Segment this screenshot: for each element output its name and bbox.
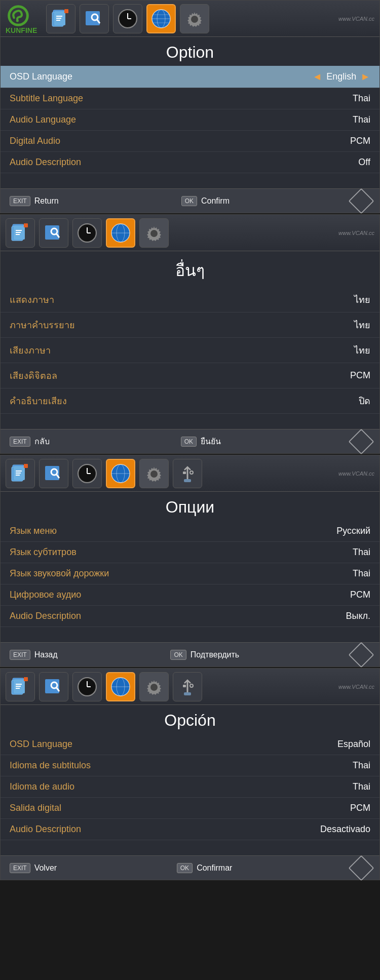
- nav-cross-3: [349, 642, 374, 668]
- watermark-4: www.VCAN.cc: [338, 684, 374, 690]
- setting-row-digital-audio[interactable]: Digital Audio PCM: [1, 131, 379, 152]
- nav-icon-magnify-3[interactable]: [39, 459, 68, 488]
- setting-label-thai-2: ภาษาคำบรรยาย: [10, 318, 75, 332]
- bottom-bar-2: EXIT กลับ OK ยืนยัน: [1, 429, 379, 453]
- setting-label-thai-4: เสียงดิจิตอล: [10, 368, 57, 383]
- panel-russian: www.VCAN.cc Опции Язык меню Русский Язык…: [0, 455, 380, 667]
- setting-row-ru-5[interactable]: Audio Description Выкл.: [1, 606, 379, 627]
- setting-value-audio-desc: Off: [358, 157, 370, 168]
- nav-icon-globe-3[interactable]: [106, 459, 135, 488]
- confirm-label-3[interactable]: Подтвердить: [191, 650, 239, 659]
- setting-row-thai-5[interactable]: คำอธิบายเสียง ปิด: [1, 388, 379, 414]
- svg-rect-23: [24, 223, 28, 227]
- nav-icon-magnify[interactable]: [80, 4, 109, 33]
- confirm-label-2[interactable]: ยืนยัน: [201, 435, 221, 448]
- arrow-left-icon[interactable]: ◄: [312, 71, 322, 83]
- svg-rect-52: [184, 479, 191, 482]
- nav-bar-3: www.VCAN.cc: [1, 455, 379, 492]
- setting-value-es-4: PCM: [350, 803, 370, 813]
- nav-icon-gear-3[interactable]: [139, 459, 169, 488]
- nav-icon-gear-4[interactable]: [139, 672, 169, 701]
- spacer-3: [1, 627, 379, 642]
- setting-row-es-3[interactable]: Idioma de audio Thai: [1, 776, 379, 798]
- setting-label-subtitle: Subtitle Language: [10, 93, 83, 104]
- setting-value-thai-5: ปิด: [359, 394, 370, 408]
- setting-row-ru-1[interactable]: Язык меню Русский: [1, 521, 379, 542]
- watermark-3: www.VCAN.cc: [338, 471, 374, 477]
- nav-icon-magnify-2[interactable]: [39, 218, 68, 248]
- nav-cross-1: [349, 188, 374, 214]
- nav-icon-globe-4[interactable]: [106, 672, 135, 701]
- confirm-label-4[interactable]: Confirmar: [197, 864, 232, 873]
- setting-row-ru-3[interactable]: Язык звуковой дорожки Thai: [1, 563, 379, 584]
- ok-key-4: OK: [177, 863, 193, 873]
- svg-rect-59: [24, 677, 28, 681]
- setting-row-audio-lang[interactable]: Audio Language Thai: [1, 109, 379, 131]
- svg-point-71: [150, 684, 158, 691]
- ok-key-1: OK: [181, 196, 197, 206]
- settings-list-russian: Язык меню Русский Язык субтитров Thai Яз…: [1, 521, 379, 642]
- setting-row-es-4[interactable]: Salida digital PCM: [1, 798, 379, 819]
- setting-row-thai-1[interactable]: แสดงภาษา ไทย: [1, 287, 379, 312]
- svg-point-35: [150, 230, 158, 237]
- setting-row-thai-4[interactable]: เสียงดิจิตอล PCM: [1, 363, 379, 388]
- nav-icon-usb-4[interactable]: [173, 672, 202, 701]
- nav-icon-clock-4[interactable]: [72, 672, 102, 701]
- setting-row-audio-desc[interactable]: Audio Description Off: [1, 152, 379, 173]
- setting-value-osd: ◄ English ►: [312, 71, 370, 83]
- kunfine-logo: KUNFINE: [6, 3, 37, 34]
- setting-row-ru-2[interactable]: Язык субтитров Thai: [1, 542, 379, 563]
- return-group-3: EXIT Назад: [10, 650, 58, 660]
- nav-icon-magnify-4[interactable]: [39, 672, 68, 701]
- setting-row-es-1[interactable]: OSD Language Español: [1, 734, 379, 755]
- settings-list-english: OSD Language ◄ English ► Subtitle Langua…: [1, 66, 379, 188]
- confirm-label-1[interactable]: Confirm: [201, 197, 230, 206]
- nav-icon-globe-active[interactable]: [146, 4, 176, 33]
- nav-icon-file[interactable]: [46, 4, 75, 33]
- nav-icon-usb-3[interactable]: [173, 459, 202, 488]
- nav-cross-4: [349, 855, 374, 881]
- setting-label-thai-3: เสียงภาษา: [10, 343, 51, 358]
- nav-icon-file-4[interactable]: [6, 672, 35, 701]
- nav-icon-file-2[interactable]: [6, 218, 35, 248]
- nav-bar-4: www.VCAN.cc: [1, 669, 379, 705]
- setting-value-ru-3: Thai: [353, 568, 370, 579]
- settings-list-thai: แสดงภาษา ไทย ภาษาคำบรรยาย ไทย เสียงภาษา …: [1, 287, 379, 429]
- setting-row-ru-4[interactable]: Цифровое аудио PCM: [1, 584, 379, 606]
- return-label-4: Volver: [34, 864, 57, 873]
- nav-icon-clock[interactable]: [113, 4, 142, 33]
- setting-row-thai-2[interactable]: ภาษาคำบรรยาย ไทย: [1, 312, 379, 338]
- setting-value-audio-lang: Thai: [353, 114, 370, 125]
- ok-key-2: OK: [181, 437, 197, 447]
- setting-label-audio-desc: Audio Description: [10, 157, 81, 168]
- exit-key-1: EXIT: [10, 196, 30, 206]
- nav-icon-globe-2[interactable]: [106, 218, 135, 248]
- nav-icon-file-3[interactable]: [6, 459, 35, 488]
- setting-row-es-2[interactable]: Idioma de subtitulos Thai: [1, 755, 379, 776]
- setting-row-es-5[interactable]: Audio Description Desactivado: [1, 819, 379, 840]
- svg-rect-54: [183, 472, 186, 474]
- arrow-right-icon[interactable]: ►: [360, 71, 370, 83]
- svg-point-51: [150, 471, 158, 478]
- svg-rect-72: [184, 692, 191, 695]
- return-label-2: กลับ: [34, 435, 50, 448]
- nav-icon-clock-2[interactable]: [72, 218, 102, 248]
- bottom-bar-3: EXIT Назад OK Подтвердить: [1, 642, 379, 667]
- nav-icon-clock-3[interactable]: [72, 459, 102, 488]
- confirm-group-1: OK Confirm: [181, 196, 230, 206]
- setting-row-subtitle[interactable]: Subtitle Language Thai: [1, 88, 379, 109]
- setting-value-es-5: Desactivado: [320, 824, 370, 835]
- setting-label-es-1: OSD Language: [10, 739, 72, 750]
- svg-rect-74: [183, 685, 186, 687]
- nav-icon-gear[interactable]: [180, 4, 209, 33]
- setting-row-thai-3[interactable]: เสียงภาษา ไทย: [1, 338, 379, 363]
- logo-snake-icon: [6, 3, 31, 28]
- panel-title-english: Option: [1, 37, 379, 66]
- panel-english: KUNFINE www.VCAN.cc Option OSD Language …: [0, 0, 380, 213]
- return-group-2: EXIT กลับ: [10, 435, 50, 448]
- spacer-2: [1, 414, 379, 429]
- setting-value-es-2: Thai: [353, 760, 370, 771]
- setting-row-osd[interactable]: OSD Language ◄ English ►: [1, 66, 379, 88]
- setting-value-thai-2: ไทย: [354, 318, 370, 332]
- nav-icon-gear-2[interactable]: [139, 218, 169, 248]
